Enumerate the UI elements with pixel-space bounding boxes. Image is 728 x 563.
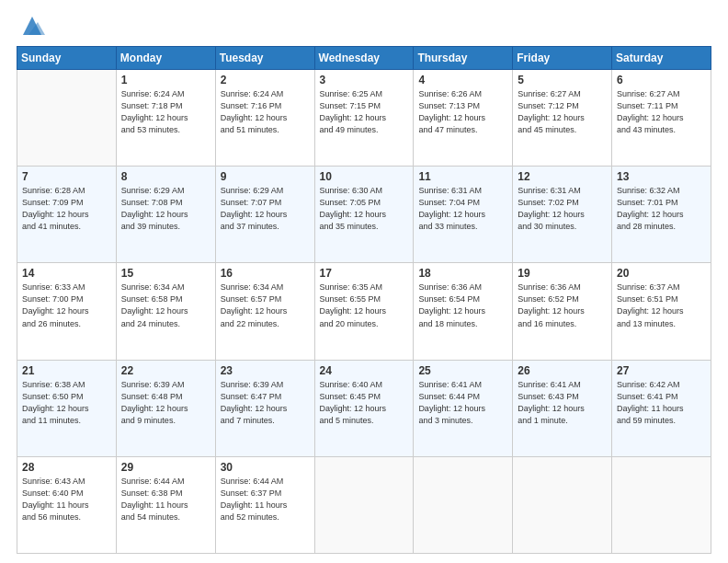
day-number: 27 [617, 364, 706, 377]
calendar-week-row: 1Sunrise: 6:24 AM Sunset: 7:18 PM Daylig… [17, 70, 711, 167]
calendar-day-cell: 21Sunrise: 6:38 AM Sunset: 6:50 PM Dayli… [17, 360, 117, 456]
calendar-day-cell: 13Sunrise: 6:32 AM Sunset: 7:01 PM Dayli… [612, 167, 711, 263]
calendar-day-cell: 11Sunrise: 6:31 AM Sunset: 7:04 PM Dayli… [414, 167, 513, 263]
day-number: 2 [221, 74, 310, 86]
day-info: Sunrise: 6:43 AM Sunset: 6:40 PM Dayligh… [22, 476, 111, 523]
calendar-table: SundayMondayTuesdayWednesdayThursdayFrid… [17, 46, 711, 554]
day-info: Sunrise: 6:32 AM Sunset: 7:01 PM Dayligh… [617, 185, 706, 233]
day-info: Sunrise: 6:26 AM Sunset: 7:13 PM Dayligh… [418, 88, 507, 136]
day-number: 12 [518, 170, 607, 183]
calendar-day-cell: 3Sunrise: 6:25 AM Sunset: 7:15 PM Daylig… [314, 70, 414, 167]
day-info: Sunrise: 6:24 AM Sunset: 7:16 PM Dayligh… [221, 88, 310, 136]
calendar-week-row: 7Sunrise: 6:28 AM Sunset: 7:09 PM Daylig… [17, 167, 711, 263]
day-info: Sunrise: 6:40 AM Sunset: 6:45 PM Dayligh… [320, 379, 409, 427]
day-number: 22 [121, 364, 210, 377]
day-info: Sunrise: 6:44 AM Sunset: 6:38 PM Dayligh… [121, 476, 210, 523]
day-info: Sunrise: 6:25 AM Sunset: 7:15 PM Dayligh… [320, 88, 409, 136]
calendar-day-cell: 5Sunrise: 6:27 AM Sunset: 7:12 PM Daylig… [513, 70, 612, 167]
calendar-day-cell: 4Sunrise: 6:26 AM Sunset: 7:13 PM Daylig… [414, 70, 513, 167]
day-number: 14 [22, 267, 111, 280]
day-number: 24 [320, 364, 409, 377]
weekday-header: Thursday [414, 47, 513, 70]
calendar-day-cell: 18Sunrise: 6:36 AM Sunset: 6:54 PM Dayli… [414, 263, 513, 360]
day-info: Sunrise: 6:37 AM Sunset: 6:51 PM Dayligh… [617, 282, 706, 329]
day-number: 10 [320, 170, 409, 183]
day-info: Sunrise: 6:34 AM Sunset: 6:58 PM Dayligh… [121, 282, 210, 329]
calendar-day-cell: 1Sunrise: 6:24 AM Sunset: 7:18 PM Daylig… [116, 70, 215, 167]
day-number: 6 [617, 74, 706, 86]
day-number: 1 [121, 74, 210, 86]
page: SundayMondayTuesdayWednesdayThursdayFrid… [0, 0, 728, 563]
calendar-day-cell: 19Sunrise: 6:36 AM Sunset: 6:52 PM Dayli… [513, 263, 612, 360]
header [17, 17, 711, 39]
calendar-day-cell [17, 70, 117, 167]
day-info: Sunrise: 6:29 AM Sunset: 7:08 PM Dayligh… [121, 185, 210, 233]
day-number: 4 [418, 74, 507, 86]
calendar-header-row: SundayMondayTuesdayWednesdayThursdayFrid… [17, 47, 711, 70]
calendar-day-cell: 29Sunrise: 6:44 AM Sunset: 6:38 PM Dayli… [116, 456, 215, 553]
day-number: 7 [22, 170, 111, 183]
weekday-header: Saturday [612, 47, 711, 70]
day-info: Sunrise: 6:42 AM Sunset: 6:41 PM Dayligh… [617, 379, 706, 427]
day-info: Sunrise: 6:33 AM Sunset: 7:00 PM Dayligh… [22, 282, 111, 329]
calendar-day-cell: 20Sunrise: 6:37 AM Sunset: 6:51 PM Dayli… [612, 263, 711, 360]
calendar-day-cell: 30Sunrise: 6:44 AM Sunset: 6:37 PM Dayli… [215, 456, 314, 553]
logo [17, 17, 45, 39]
calendar-day-cell: 6Sunrise: 6:27 AM Sunset: 7:11 PM Daylig… [612, 70, 711, 167]
calendar-day-cell: 22Sunrise: 6:39 AM Sunset: 6:48 PM Dayli… [116, 360, 215, 456]
calendar-day-cell: 10Sunrise: 6:30 AM Sunset: 7:05 PM Dayli… [314, 167, 414, 263]
day-info: Sunrise: 6:41 AM Sunset: 6:44 PM Dayligh… [418, 379, 507, 427]
calendar-day-cell [314, 456, 414, 553]
day-info: Sunrise: 6:35 AM Sunset: 6:55 PM Dayligh… [320, 282, 409, 329]
day-info: Sunrise: 6:36 AM Sunset: 6:52 PM Dayligh… [518, 282, 607, 329]
calendar-day-cell: 23Sunrise: 6:39 AM Sunset: 6:47 PM Dayli… [215, 360, 314, 456]
day-number: 3 [320, 74, 409, 86]
day-number: 15 [121, 267, 210, 280]
calendar-day-cell: 26Sunrise: 6:41 AM Sunset: 6:43 PM Dayli… [513, 360, 612, 456]
day-number: 5 [518, 74, 607, 86]
day-number: 11 [418, 170, 507, 183]
weekday-header: Tuesday [215, 47, 314, 70]
logo-icon [19, 13, 45, 39]
day-info: Sunrise: 6:34 AM Sunset: 6:57 PM Dayligh… [221, 282, 310, 329]
calendar-week-row: 28Sunrise: 6:43 AM Sunset: 6:40 PM Dayli… [17, 456, 711, 553]
day-number: 17 [320, 267, 409, 280]
calendar-day-cell: 15Sunrise: 6:34 AM Sunset: 6:58 PM Dayli… [116, 263, 215, 360]
calendar-day-cell [612, 456, 711, 553]
day-info: Sunrise: 6:29 AM Sunset: 7:07 PM Dayligh… [221, 185, 310, 233]
day-info: Sunrise: 6:36 AM Sunset: 6:54 PM Dayligh… [418, 282, 507, 329]
day-info: Sunrise: 6:39 AM Sunset: 6:47 PM Dayligh… [221, 379, 310, 427]
day-info: Sunrise: 6:44 AM Sunset: 6:37 PM Dayligh… [221, 476, 310, 523]
day-number: 13 [617, 170, 706, 183]
calendar-day-cell: 16Sunrise: 6:34 AM Sunset: 6:57 PM Dayli… [215, 263, 314, 360]
day-number: 30 [221, 461, 310, 474]
day-number: 21 [22, 364, 111, 377]
day-number: 25 [418, 364, 507, 377]
weekday-header: Wednesday [314, 47, 414, 70]
day-info: Sunrise: 6:31 AM Sunset: 7:04 PM Dayligh… [418, 185, 507, 233]
day-number: 16 [221, 267, 310, 280]
calendar-day-cell: 9Sunrise: 6:29 AM Sunset: 7:07 PM Daylig… [215, 167, 314, 263]
calendar-day-cell [414, 456, 513, 553]
day-number: 19 [518, 267, 607, 280]
calendar-day-cell: 12Sunrise: 6:31 AM Sunset: 7:02 PM Dayli… [513, 167, 612, 263]
calendar-day-cell: 17Sunrise: 6:35 AM Sunset: 6:55 PM Dayli… [314, 263, 414, 360]
day-number: 26 [518, 364, 607, 377]
calendar-day-cell: 2Sunrise: 6:24 AM Sunset: 7:16 PM Daylig… [215, 70, 314, 167]
weekday-header: Monday [116, 47, 215, 70]
day-info: Sunrise: 6:27 AM Sunset: 7:11 PM Dayligh… [617, 88, 706, 136]
calendar-day-cell: 8Sunrise: 6:29 AM Sunset: 7:08 PM Daylig… [116, 167, 215, 263]
day-number: 9 [221, 170, 310, 183]
calendar-day-cell: 27Sunrise: 6:42 AM Sunset: 6:41 PM Dayli… [612, 360, 711, 456]
weekday-header: Friday [513, 47, 612, 70]
day-number: 8 [121, 170, 210, 183]
calendar-week-row: 21Sunrise: 6:38 AM Sunset: 6:50 PM Dayli… [17, 360, 711, 456]
day-number: 18 [418, 267, 507, 280]
day-info: Sunrise: 6:39 AM Sunset: 6:48 PM Dayligh… [121, 379, 210, 427]
calendar-day-cell [513, 456, 612, 553]
day-number: 20 [617, 267, 706, 280]
calendar-day-cell: 28Sunrise: 6:43 AM Sunset: 6:40 PM Dayli… [17, 456, 117, 553]
day-number: 28 [22, 461, 111, 474]
day-info: Sunrise: 6:38 AM Sunset: 6:50 PM Dayligh… [22, 379, 111, 427]
day-info: Sunrise: 6:24 AM Sunset: 7:18 PM Dayligh… [121, 88, 210, 136]
